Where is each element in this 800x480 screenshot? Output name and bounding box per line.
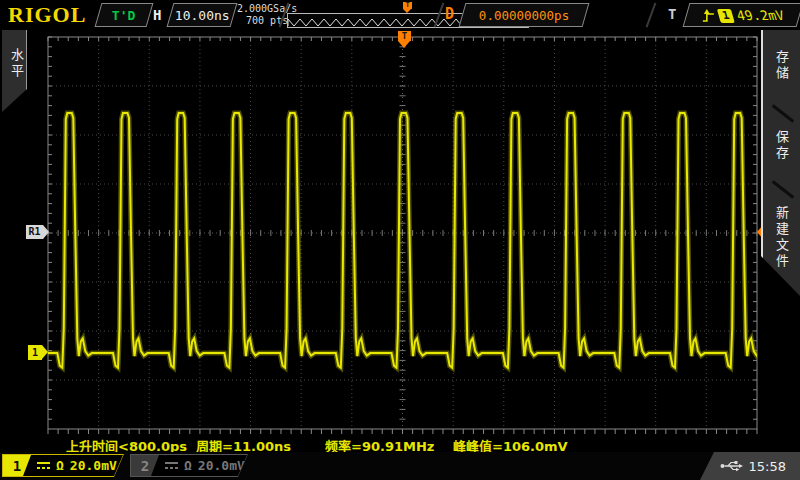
- dc-coupling-icon: [37, 462, 50, 470]
- impedance-icon: Ω: [184, 458, 192, 473]
- menu-divider: [772, 180, 794, 198]
- system-info-panel: 15:58: [700, 452, 800, 480]
- channel1-position-marker[interactable]: 1: [28, 345, 42, 360]
- trigger-position-marker[interactable]: T: [398, 31, 411, 48]
- waveform-display: [0, 0, 800, 452]
- reference-marker[interactable]: R1: [26, 225, 43, 239]
- channel1-badge: 1: [3, 455, 31, 476]
- oscilloscope-screen: RIGOL T'D H 10.00ns 2.000GSa/s 700 pts T…: [0, 0, 800, 480]
- channel2-scale: 20.0mV: [198, 458, 245, 473]
- menu-divider: [772, 104, 794, 122]
- channel2-badge: 2: [131, 455, 159, 476]
- menu-tab-label: 水平: [7, 48, 26, 80]
- bottom-bar: 1 Ω 20.0mV 2 Ω 20.0mV: [0, 452, 800, 480]
- menu-item-save[interactable]: 保存: [763, 130, 800, 162]
- menu-item-new-file[interactable]: 新建文件: [763, 206, 800, 270]
- measurements-bar: 上升时间<800.0ps 周期=11.00ns 频率=90.91MHz 峰峰值=…: [0, 436, 800, 452]
- usb-icon: [720, 460, 744, 472]
- channel1-status[interactable]: 1 Ω 20.0mV: [2, 454, 124, 477]
- channel1-scale: 20.0mV: [70, 458, 117, 473]
- storage-menu: 存储 保存 新建文件: [761, 30, 800, 296]
- clock: 15:58: [749, 459, 786, 474]
- menu-item-storage[interactable]: 存储: [763, 50, 800, 82]
- channel2-status[interactable]: 2 Ω 20.0mV: [130, 454, 248, 477]
- impedance-icon: Ω: [56, 458, 64, 473]
- dc-coupling-icon: [165, 462, 178, 470]
